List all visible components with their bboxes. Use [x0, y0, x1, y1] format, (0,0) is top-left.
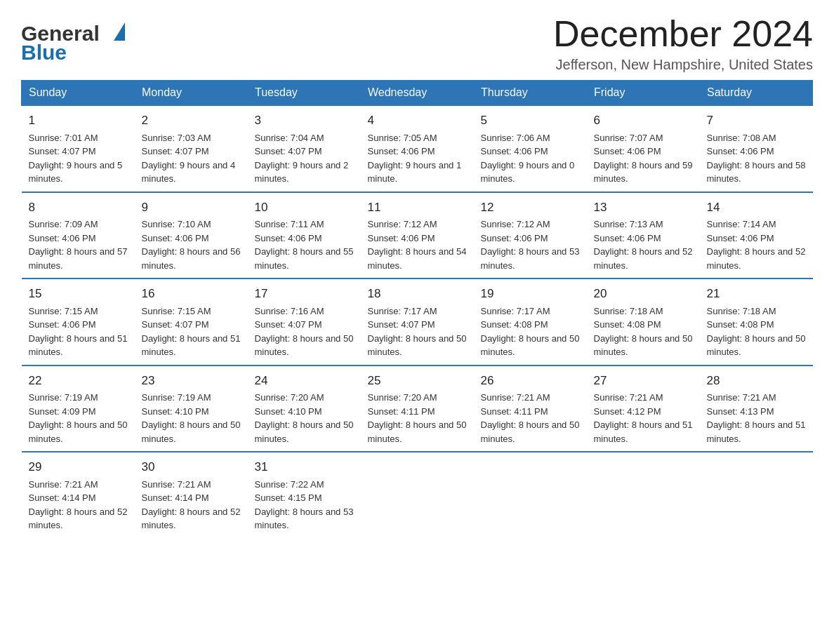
- day-number: 6: [594, 112, 693, 130]
- day-info: Sunrise: 7:05 AMSunset: 4:06 PMDaylight:…: [368, 133, 462, 185]
- day-info: Sunrise: 7:15 AMSunset: 4:06 PMDaylight:…: [29, 306, 128, 358]
- day-cell: 15 Sunrise: 7:15 AMSunset: 4:06 PMDaylig…: [22, 279, 135, 365]
- day-info: Sunrise: 7:19 AMSunset: 4:10 PMDaylight:…: [142, 392, 241, 444]
- day-number: 19: [481, 285, 580, 303]
- day-number: 22: [29, 372, 128, 390]
- day-info: Sunrise: 7:20 AMSunset: 4:11 PMDaylight:…: [368, 392, 467, 444]
- day-info: Sunrise: 7:18 AMSunset: 4:08 PMDaylight:…: [594, 306, 693, 358]
- day-info: Sunrise: 7:17 AMSunset: 4:08 PMDaylight:…: [481, 306, 580, 358]
- day-number: 4: [368, 112, 467, 130]
- day-info: Sunrise: 7:14 AMSunset: 4:06 PMDaylight:…: [707, 219, 806, 271]
- day-cell: 18 Sunrise: 7:17 AMSunset: 4:07 PMDaylig…: [361, 279, 474, 365]
- day-cell: 4 Sunrise: 7:05 AMSunset: 4:06 PMDayligh…: [361, 105, 474, 192]
- day-number: 1: [29, 112, 128, 130]
- day-number: 29: [29, 458, 128, 476]
- day-info: Sunrise: 7:09 AMSunset: 4:06 PMDaylight:…: [29, 219, 128, 271]
- day-cell: [361, 452, 474, 538]
- day-number: 11: [368, 199, 467, 217]
- day-cell: 21 Sunrise: 7:18 AMSunset: 4:08 PMDaylig…: [700, 279, 813, 365]
- day-info: Sunrise: 7:17 AMSunset: 4:07 PMDaylight:…: [368, 306, 467, 358]
- calendar-body: 1 Sunrise: 7:01 AMSunset: 4:07 PMDayligh…: [22, 105, 813, 538]
- day-cell: 13 Sunrise: 7:13 AMSunset: 4:06 PMDaylig…: [587, 192, 700, 279]
- day-number: 20: [594, 285, 693, 303]
- week-row-4: 22 Sunrise: 7:19 AMSunset: 4:09 PMDaylig…: [22, 365, 813, 452]
- day-cell: 5 Sunrise: 7:06 AMSunset: 4:06 PMDayligh…: [474, 105, 587, 192]
- day-info: Sunrise: 7:21 AMSunset: 4:13 PMDaylight:…: [707, 392, 806, 444]
- day-cell: [587, 452, 700, 538]
- day-cell: 28 Sunrise: 7:21 AMSunset: 4:13 PMDaylig…: [700, 365, 813, 452]
- day-number: 7: [707, 112, 806, 130]
- day-number: 8: [29, 199, 128, 217]
- week-row-3: 15 Sunrise: 7:15 AMSunset: 4:06 PMDaylig…: [22, 279, 813, 365]
- day-info: Sunrise: 7:04 AMSunset: 4:07 PMDaylight:…: [255, 133, 349, 185]
- day-cell: 7 Sunrise: 7:08 AMSunset: 4:06 PMDayligh…: [700, 105, 813, 192]
- location: Jefferson, New Hampshire, United States: [553, 57, 813, 73]
- day-cell: 25 Sunrise: 7:20 AMSunset: 4:11 PMDaylig…: [361, 365, 474, 452]
- day-number: 15: [29, 285, 128, 303]
- day-cell: 1 Sunrise: 7:01 AMSunset: 4:07 PMDayligh…: [22, 105, 135, 192]
- day-cell: 24 Sunrise: 7:20 AMSunset: 4:10 PMDaylig…: [248, 365, 361, 452]
- day-cell: 14 Sunrise: 7:14 AMSunset: 4:06 PMDaylig…: [700, 192, 813, 279]
- day-number: 31: [255, 458, 354, 476]
- weekday-header-wednesday: Wednesday: [361, 81, 474, 106]
- day-number: 3: [255, 112, 354, 130]
- day-cell: 22 Sunrise: 7:19 AMSunset: 4:09 PMDaylig…: [22, 365, 135, 452]
- day-number: 25: [368, 372, 467, 390]
- weekday-header-saturday: Saturday: [700, 81, 813, 106]
- day-cell: 17 Sunrise: 7:16 AMSunset: 4:07 PMDaylig…: [248, 279, 361, 365]
- calendar-table: SundayMondayTuesdayWednesdayThursdayFrid…: [21, 80, 813, 538]
- day-number: 17: [255, 285, 354, 303]
- day-info: Sunrise: 7:13 AMSunset: 4:06 PMDaylight:…: [594, 219, 693, 271]
- day-number: 28: [707, 372, 806, 390]
- day-info: Sunrise: 7:01 AMSunset: 4:07 PMDaylight:…: [29, 133, 123, 185]
- day-cell: 8 Sunrise: 7:09 AMSunset: 4:06 PMDayligh…: [22, 192, 135, 279]
- day-cell: 31 Sunrise: 7:22 AMSunset: 4:15 PMDaylig…: [248, 452, 361, 538]
- day-cell: 23 Sunrise: 7:19 AMSunset: 4:10 PMDaylig…: [135, 365, 248, 452]
- day-cell: 3 Sunrise: 7:04 AMSunset: 4:07 PMDayligh…: [248, 105, 361, 192]
- day-number: 10: [255, 199, 354, 217]
- weekday-header-thursday: Thursday: [474, 81, 587, 106]
- day-info: Sunrise: 7:12 AMSunset: 4:06 PMDaylight:…: [368, 219, 467, 271]
- logo-svg: General Blue: [21, 14, 133, 70]
- day-cell: 6 Sunrise: 7:07 AMSunset: 4:06 PMDayligh…: [587, 105, 700, 192]
- day-info: Sunrise: 7:21 AMSunset: 4:12 PMDaylight:…: [594, 392, 693, 444]
- day-info: Sunrise: 7:15 AMSunset: 4:07 PMDaylight:…: [142, 306, 241, 358]
- day-info: Sunrise: 7:08 AMSunset: 4:06 PMDaylight:…: [707, 133, 806, 185]
- day-info: Sunrise: 7:22 AMSunset: 4:15 PMDaylight:…: [255, 479, 354, 531]
- day-number: 30: [142, 458, 241, 476]
- day-cell: 20 Sunrise: 7:18 AMSunset: 4:08 PMDaylig…: [587, 279, 700, 365]
- day-info: Sunrise: 7:07 AMSunset: 4:06 PMDaylight:…: [594, 133, 693, 185]
- day-cell: 11 Sunrise: 7:12 AMSunset: 4:06 PMDaylig…: [361, 192, 474, 279]
- day-number: 9: [142, 199, 241, 217]
- logo-wordmark: General Blue: [21, 14, 133, 70]
- day-number: 2: [142, 112, 241, 130]
- day-info: Sunrise: 7:11 AMSunset: 4:06 PMDaylight:…: [255, 219, 354, 271]
- day-number: 5: [481, 112, 580, 130]
- day-info: Sunrise: 7:12 AMSunset: 4:06 PMDaylight:…: [481, 219, 580, 271]
- day-number: 12: [481, 199, 580, 217]
- svg-text:Blue: Blue: [21, 41, 67, 64]
- day-cell: [700, 452, 813, 538]
- day-cell: 9 Sunrise: 7:10 AMSunset: 4:06 PMDayligh…: [135, 192, 248, 279]
- week-row-5: 29 Sunrise: 7:21 AMSunset: 4:14 PMDaylig…: [22, 452, 813, 538]
- weekday-header-sunday: Sunday: [22, 81, 135, 106]
- day-info: Sunrise: 7:21 AMSunset: 4:11 PMDaylight:…: [481, 392, 580, 444]
- calendar-header: SundayMondayTuesdayWednesdayThursdayFrid…: [22, 81, 813, 106]
- day-cell: 19 Sunrise: 7:17 AMSunset: 4:08 PMDaylig…: [474, 279, 587, 365]
- day-number: 21: [707, 285, 806, 303]
- day-cell: 29 Sunrise: 7:21 AMSunset: 4:14 PMDaylig…: [22, 452, 135, 538]
- day-cell: 30 Sunrise: 7:21 AMSunset: 4:14 PMDaylig…: [135, 452, 248, 538]
- day-info: Sunrise: 7:03 AMSunset: 4:07 PMDaylight:…: [142, 133, 236, 185]
- day-info: Sunrise: 7:18 AMSunset: 4:08 PMDaylight:…: [707, 306, 806, 358]
- day-number: 14: [707, 199, 806, 217]
- day-number: 27: [594, 372, 693, 390]
- day-cell: 12 Sunrise: 7:12 AMSunset: 4:06 PMDaylig…: [474, 192, 587, 279]
- day-cell: 26 Sunrise: 7:21 AMSunset: 4:11 PMDaylig…: [474, 365, 587, 452]
- day-number: 23: [142, 372, 241, 390]
- day-info: Sunrise: 7:16 AMSunset: 4:07 PMDaylight:…: [255, 306, 354, 358]
- day-cell: 16 Sunrise: 7:15 AMSunset: 4:07 PMDaylig…: [135, 279, 248, 365]
- logo: General Blue: [21, 14, 133, 70]
- day-info: Sunrise: 7:21 AMSunset: 4:14 PMDaylight:…: [142, 479, 241, 531]
- day-info: Sunrise: 7:19 AMSunset: 4:09 PMDaylight:…: [29, 392, 128, 444]
- title-block: December 2024 Jefferson, New Hampshire, …: [553, 14, 813, 73]
